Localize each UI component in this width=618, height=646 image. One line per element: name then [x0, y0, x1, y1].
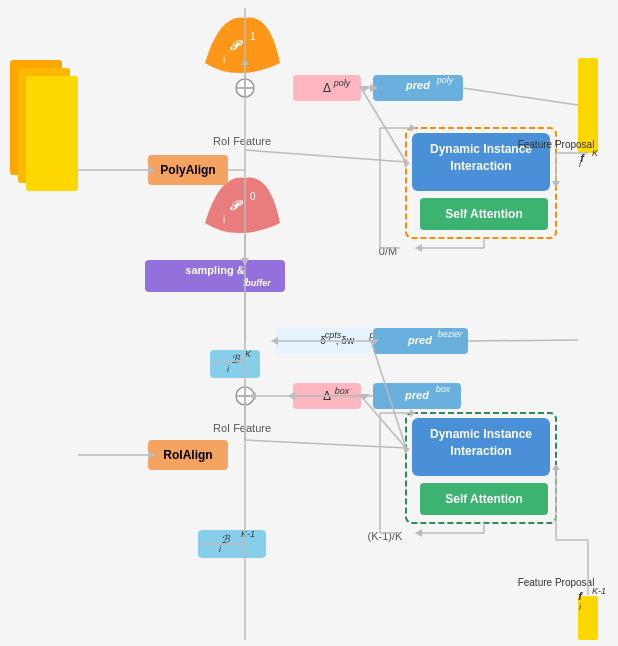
svg-rect-2 [26, 76, 78, 191]
self-attention-bottom [420, 483, 548, 515]
diagram: 𝒫 1 i 𝒫 0 i PolyAlign RoIAlign sampling … [0, 0, 618, 646]
delta-box-box [293, 383, 361, 409]
polyalign-box [148, 155, 228, 185]
svg-point-74 [236, 387, 254, 405]
svg-marker-106 [415, 529, 422, 537]
svg-marker-131 [249, 392, 256, 400]
bezier-k-minus-1-box [198, 530, 266, 558]
svg-line-83 [245, 150, 406, 162]
svg-text:0/M: 0/M [379, 245, 397, 257]
feature-proposal-top-bar [578, 58, 598, 153]
svg-text:𝒫: 𝒫 [229, 38, 243, 53]
svg-marker-93 [241, 58, 249, 65]
svg-line-85 [245, 440, 406, 448]
svg-text:(K-1)/K: (K-1)/K [368, 530, 404, 542]
svg-text:1: 1 [250, 31, 256, 42]
delta-cpts-box [276, 328, 371, 354]
roialign-box [148, 440, 228, 470]
dynamic-instance-interaction-bottom [412, 418, 550, 476]
svg-line-91 [463, 88, 578, 105]
svg-marker-86 [403, 445, 410, 454]
svg-marker-99 [415, 244, 422, 252]
pred-bezier-box [373, 328, 468, 354]
self-attention-top [420, 198, 548, 230]
svg-marker-84 [403, 159, 410, 168]
svg-text:f: f [580, 152, 585, 164]
svg-text:i: i [579, 159, 582, 169]
dynamic-instance-interaction-top [412, 133, 550, 191]
delta-poly-box [293, 75, 361, 101]
svg-text:𝒫: 𝒫 [229, 198, 243, 213]
svg-marker-103 [410, 124, 416, 132]
pred-poly-box [373, 75, 463, 101]
svg-rect-1 [18, 68, 70, 183]
feature-proposal-bottom-bar [578, 596, 598, 640]
sampling-box [145, 260, 285, 292]
svg-rect-0 [10, 60, 62, 175]
svg-text:i: i [223, 54, 225, 65]
svg-line-115 [468, 340, 578, 341]
svg-text:K-1: K-1 [592, 586, 606, 596]
svg-text:RoI Feature: RoI Feature [213, 135, 271, 147]
svg-text:0: 0 [250, 191, 256, 202]
svg-text:i: i [223, 214, 225, 225]
svg-point-71 [236, 79, 254, 97]
svg-text:Feature Proposal: Feature Proposal [518, 577, 595, 588]
bezier-k-box [210, 350, 260, 378]
svg-marker-110 [410, 409, 416, 417]
svg-marker-129 [552, 181, 560, 188]
pred-box-box [373, 383, 461, 409]
svg-text:RoI Feature: RoI Feature [213, 422, 271, 434]
svg-marker-126 [552, 464, 560, 470]
